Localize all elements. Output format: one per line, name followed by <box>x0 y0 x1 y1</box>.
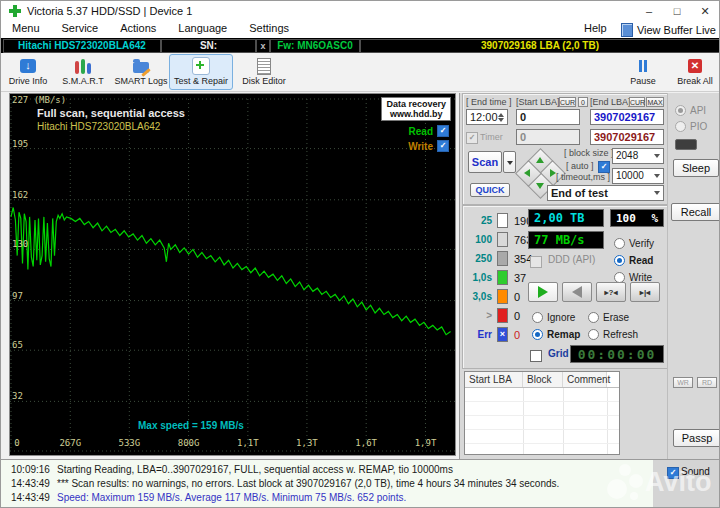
skip-end-button[interactable]: ▸|◂ <box>630 282 660 302</box>
view-buffer-live[interactable]: View Buffer Live <box>621 21 716 38</box>
x-axis-tick: 1,9T <box>415 438 437 448</box>
menu-item-actions[interactable]: Actions <box>109 21 167 35</box>
chevron-down-icon <box>654 191 660 195</box>
read-checkbox[interactable]: ✓ <box>437 125 449 137</box>
chevron-down-icon <box>654 154 660 158</box>
erase-radio[interactable]: Erase <box>588 310 629 323</box>
menu-item-language[interactable]: Language <box>167 21 238 35</box>
end-time-spinner[interactable]: 12:00 <box>466 109 508 125</box>
hddby-banner: Data recovery www.hdd.by <box>381 97 451 121</box>
sound-label: Sound <box>681 466 710 477</box>
smart-logs-icon <box>133 62 149 73</box>
max-speed-annotation: Max speed = 159 MB/s <box>138 420 244 431</box>
toolbar-button-smart-logs[interactable]: SMART Logs <box>113 54 169 90</box>
defect-table-header-comment: Comment <box>563 372 607 387</box>
victoria-app-window: Victoria 5.37 HDD/SSD | Device 1 – □ ✕ M… <box>0 0 720 508</box>
y-axis-tick: 65 <box>12 340 23 350</box>
pause-button[interactable]: Pause <box>623 54 663 90</box>
start-lba-zero-button[interactable]: 0 <box>578 97 588 107</box>
ddd-api-label: DDD (API) <box>548 254 595 265</box>
sound-checkbox[interactable]: ✓ <box>667 466 679 479</box>
wr-button[interactable]: WR <box>673 377 693 388</box>
toolbar: ↓Drive InfoS.M.A.R.TSMART LogsTest & Rep… <box>1 53 720 92</box>
log-line: 10:09:16Starting Reading, LBA=0..3907029… <box>1 464 653 478</box>
control-panel: [ End time ] 12:00 ✓ Timer [Start LBA] C… <box>459 93 720 459</box>
toolbar-button-disk-editor[interactable]: Disk Editor <box>237 54 291 90</box>
play-icon <box>538 286 548 298</box>
end-of-test-dropdown[interactable]: End of test <box>547 185 664 201</box>
pio-radio[interactable]: PIO <box>675 119 707 132</box>
counter-block-icon <box>497 251 508 266</box>
toolbar-button-s-m-a-r-t[interactable]: S.M.A.R.T <box>57 54 109 90</box>
buffer-icon <box>621 23 633 37</box>
read-radio[interactable]: Read <box>614 253 653 266</box>
timer-checkbox[interactable]: ✓ <box>466 131 478 144</box>
play-backward-button[interactable] <box>562 282 592 302</box>
progress-percent-display: 100% <box>610 209 664 227</box>
minimize-button[interactable]: – <box>635 1 663 21</box>
toolbar-button-test-repair[interactable]: Test & Repair <box>169 54 233 90</box>
write-checkbox[interactable]: ✓ <box>437 140 449 152</box>
play-back-icon <box>572 286 582 298</box>
refresh-radio[interactable]: Refresh <box>588 327 638 340</box>
event-log: 10:09:16Starting Reading, LBA=0..3907029… <box>1 459 653 508</box>
toolbar-button-drive-info[interactable]: ↓Drive Info <box>3 54 53 90</box>
device-firmware: Fw: MN6OASC0 <box>270 39 360 53</box>
menu-item-service[interactable]: Service <box>51 21 110 35</box>
passp-button[interactable]: Passp <box>673 429 720 447</box>
sleep-button[interactable]: Sleep <box>673 159 719 177</box>
arrow-up-icon <box>536 157 544 163</box>
start-lba-input[interactable]: 0 <box>516 109 580 125</box>
x-axis-tick: 267G <box>59 438 81 448</box>
block-size-label: [ block size ] <box>564 148 608 158</box>
close-button[interactable]: ✕ <box>691 1 719 21</box>
ddd-api-checkbox[interactable] <box>530 255 542 268</box>
menu-item-menu[interactable]: Menu <box>1 21 51 35</box>
grid-checkbox[interactable] <box>530 349 542 362</box>
counter-block-icon <box>497 308 508 323</box>
x-axis-tick: 1,1T <box>237 438 259 448</box>
api-radio[interactable]: API <box>675 103 706 116</box>
scanned-size-display: 2,00 TB <box>528 209 604 227</box>
block-size-dropdown[interactable]: 2048 <box>612 148 664 164</box>
status-led-badge <box>675 139 697 150</box>
y-axis-tick: 162 <box>12 190 28 200</box>
scan-button[interactable]: Scan <box>468 151 502 173</box>
scan-dropdown-button[interactable] <box>503 151 516 173</box>
recall-button[interactable]: Recall <box>671 203 720 221</box>
x-axis-tick: 533G <box>118 438 140 448</box>
elapsed-timer-display: 00:00:00 <box>570 345 664 363</box>
timeout-dropdown[interactable]: 10000 <box>612 168 664 184</box>
menu-item-settings[interactable]: Settings <box>238 21 300 35</box>
end-lba-max-button[interactable]: MAX <box>646 97 664 107</box>
current-speed-display: 77 MB/s <box>528 231 604 249</box>
y-axis-tick: 32 <box>12 391 23 401</box>
write-radio[interactable]: Write <box>614 270 652 283</box>
device-sn-close-button[interactable]: x <box>256 39 270 53</box>
break-all-icon: ✕ <box>688 59 702 73</box>
smart-icon <box>75 59 91 74</box>
counter-block-icon: × <box>497 327 508 342</box>
victoria-app-icon <box>9 5 21 17</box>
quick-button[interactable]: QUICK <box>470 183 510 197</box>
verify-radio[interactable]: Verify <box>614 236 654 249</box>
end-lba-input[interactable]: 3907029167 <box>590 109 664 125</box>
y-axis-tick: 130 <box>12 239 28 249</box>
end-lba-label: [End LBA] <box>590 97 631 107</box>
play-forward-button[interactable] <box>528 282 558 302</box>
break-all-button[interactable]: ✕ Break All <box>671 54 719 90</box>
speed-graph: Full scan, sequential access Hitachi HDS… <box>9 93 456 456</box>
rd-button[interactable]: RD <box>697 377 717 388</box>
ignore-radio[interactable]: Ignore <box>532 310 575 323</box>
skip-question-button[interactable]: ▸?◂ <box>596 282 626 302</box>
counter-block-icon <box>497 270 508 285</box>
graph-title: Full scan, sequential access <box>37 107 185 119</box>
sound-panel: ✓ Sound <box>653 459 720 508</box>
end-lba-cur-button[interactable]: CUR <box>629 97 645 107</box>
end-lba-value-2: 3907029167 <box>590 129 664 145</box>
menu-item-help[interactable]: Help <box>584 22 607 34</box>
start-lba-cur-button[interactable]: CUR <box>559 97 576 107</box>
spinner-arrows-icon[interactable] <box>496 112 505 123</box>
remap-radio[interactable]: Remap <box>532 327 580 340</box>
maximize-button[interactable]: □ <box>663 1 691 21</box>
